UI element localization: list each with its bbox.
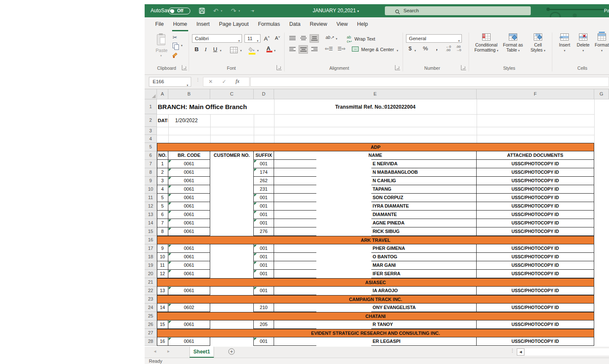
- cell-customer-no[interactable]: [210, 253, 254, 261]
- row-header-12[interactable]: 12: [145, 202, 157, 211]
- cell-suffix[interactable]: 001: [254, 244, 274, 253]
- cell-br-code[interactable]: 0061: [168, 270, 210, 278]
- cell-customer-no[interactable]: [210, 337, 254, 346]
- font-size-select[interactable]: 11▾: [244, 34, 261, 43]
- header-cell-br-code[interactable]: BR. CODE: [168, 151, 210, 160]
- decrease-decimal-icon[interactable]: .00→0: [456, 45, 461, 52]
- cell-no[interactable]: 11: [157, 261, 168, 270]
- cell-suffix[interactable]: 001: [254, 287, 274, 295]
- cell-name[interactable]: IYRA DIAMANTE: [274, 202, 477, 211]
- increase-decimal-icon[interactable]: ←0.00: [446, 45, 451, 52]
- header-cell-no[interactable]: NO.: [157, 151, 168, 160]
- cell-no[interactable]: 6: [157, 211, 168, 219]
- cell-customer-no[interactable]: [210, 160, 254, 168]
- cell-suffix[interactable]: 001: [254, 270, 274, 278]
- borders-dropdown-icon[interactable]: ▾: [240, 49, 242, 52]
- hscroll-left-icon[interactable]: ◀: [517, 348, 524, 356]
- font-color-icon[interactable]: A: [266, 45, 272, 52]
- cell-no[interactable]: 5: [157, 202, 168, 211]
- accounting-format-icon[interactable]: $: [409, 45, 412, 52]
- cell-suffix[interactable]: 276: [254, 227, 274, 236]
- font-dialog-launcher-icon[interactable]: [277, 65, 282, 70]
- decrease-indent-icon[interactable]: ⇦☰: [325, 46, 333, 52]
- sheet-tab-sheet1[interactable]: Sheet1: [189, 347, 214, 358]
- cell-name[interactable]: SON CORPUZ: [274, 194, 477, 202]
- row-header-7[interactable]: 7: [145, 160, 157, 168]
- cell-no[interactable]: 5: [157, 194, 168, 202]
- cell-name[interactable]: DIAMANTE: [274, 211, 477, 219]
- row-header-16[interactable]: 16: [145, 236, 157, 244]
- cell-suffix[interactable]: 210: [254, 304, 274, 312]
- cell-br-code[interactable]: 0602: [168, 304, 210, 312]
- cell-br-code[interactable]: 0061: [168, 227, 210, 236]
- transmittal-ref-cell[interactable]: Transmittal Ref. No.:01202022004: [274, 99, 477, 114]
- cell-suffix[interactable]: 001: [254, 337, 274, 346]
- align-middle-icon[interactable]: [299, 34, 308, 43]
- row-header-25[interactable]: 25: [145, 312, 157, 320]
- cell-br-code[interactable]: 0061: [168, 244, 210, 253]
- cell-no[interactable]: 2: [157, 168, 168, 177]
- section-band[interactable]: ADP: [157, 143, 594, 151]
- cell-no[interactable]: 9: [157, 244, 168, 253]
- column-header-g[interactable]: G: [594, 89, 609, 99]
- row-header-18[interactable]: 18: [145, 253, 157, 261]
- hscroll-track[interactable]: [525, 348, 609, 356]
- column-header-d[interactable]: D: [254, 89, 274, 99]
- underline-dropdown-icon[interactable]: ▾: [220, 49, 222, 52]
- cell-suffix[interactable]: 001: [254, 194, 274, 202]
- section-band[interactable]: ASIASEC: [157, 278, 594, 287]
- row-header-5[interactable]: 5: [145, 143, 157, 151]
- cell-suffix[interactable]: 001: [254, 160, 274, 168]
- cell-name[interactable]: N CAHILIG: [274, 177, 477, 185]
- cancel-icon[interactable]: ✕: [208, 79, 213, 85]
- cell-no[interactable]: 16: [157, 337, 168, 346]
- merge-center-dropdown-icon[interactable]: ▾: [397, 49, 398, 52]
- select-all-corner[interactable]: [145, 89, 157, 99]
- header-cell-attached-documents[interactable]: ATTACHED DOCUMENTS: [477, 151, 594, 160]
- cell-br-code[interactable]: 0061: [168, 202, 210, 211]
- cell-br-code[interactable]: 0061: [168, 177, 210, 185]
- cell-attached-documents[interactable]: USSC/PHOTOCOPY ID: [477, 177, 594, 185]
- cell-br-code[interactable]: 0061: [168, 320, 210, 329]
- copy-dropdown-icon[interactable]: ▾: [181, 44, 183, 47]
- row-header-24[interactable]: 24: [145, 304, 157, 312]
- cell-customer-no[interactable]: [210, 168, 254, 177]
- cell-suffix[interactable]: 001: [254, 202, 274, 211]
- column-header-a[interactable]: A: [157, 89, 168, 99]
- merge-center-icon[interactable]: ↔: [352, 47, 359, 52]
- row-header-22[interactable]: 22: [145, 287, 157, 295]
- row-header-19[interactable]: 19: [145, 261, 157, 270]
- formula-bar-grip-icon[interactable]: ⋮: [196, 79, 200, 81]
- cell-br-code[interactable]: 0061: [168, 211, 210, 219]
- orientation-icon[interactable]: ab↗: [326, 35, 334, 40]
- tab-review[interactable]: Review: [305, 17, 332, 32]
- cell-no[interactable]: 15: [157, 320, 168, 329]
- tab-insert[interactable]: Insert: [192, 17, 214, 32]
- fill-color-dropdown-icon[interactable]: ▾: [257, 49, 259, 52]
- tab-data[interactable]: Data: [285, 17, 305, 32]
- cell-attached-documents[interactable]: USSC/PHOTOCOPY ID: [477, 244, 594, 253]
- cell-attached-documents[interactable]: USSC/PHOTOCOPY ID: [477, 211, 594, 219]
- cell-no[interactable]: 3: [157, 177, 168, 185]
- row-header-8[interactable]: 8: [145, 168, 157, 177]
- underline-button[interactable]: U: [213, 46, 217, 52]
- cell-name[interactable]: IFER SERRA: [274, 270, 477, 278]
- cell-name[interactable]: ER LEGASPI: [274, 337, 477, 346]
- row-header-10[interactable]: 10: [145, 185, 157, 194]
- row-header-20[interactable]: 20: [145, 270, 157, 278]
- row-header-1[interactable]: 1: [145, 99, 157, 114]
- row-header-6[interactable]: 6: [145, 151, 157, 160]
- name-box[interactable]: E166 ▾: [149, 77, 191, 87]
- cell-attached-documents[interactable]: USSC/PHOTOCOPY ID: [477, 287, 594, 295]
- cell-name[interactable]: RICK SIBUG: [274, 227, 477, 236]
- number-dialog-launcher-icon[interactable]: [461, 65, 466, 70]
- format-cells-button[interactable]: Format▾: [593, 33, 609, 53]
- cell-br-code[interactable]: 0061: [168, 185, 210, 194]
- fill-color-icon[interactable]: [249, 46, 255, 55]
- percent-style-icon[interactable]: %: [423, 45, 428, 52]
- align-top-icon[interactable]: [288, 34, 297, 43]
- cut-icon[interactable]: ✂: [173, 34, 177, 41]
- row-header-3[interactable]: 3: [145, 127, 157, 135]
- cell-br-code[interactable]: 0061: [168, 219, 210, 227]
- row-header-27[interactable]: 27: [145, 329, 157, 337]
